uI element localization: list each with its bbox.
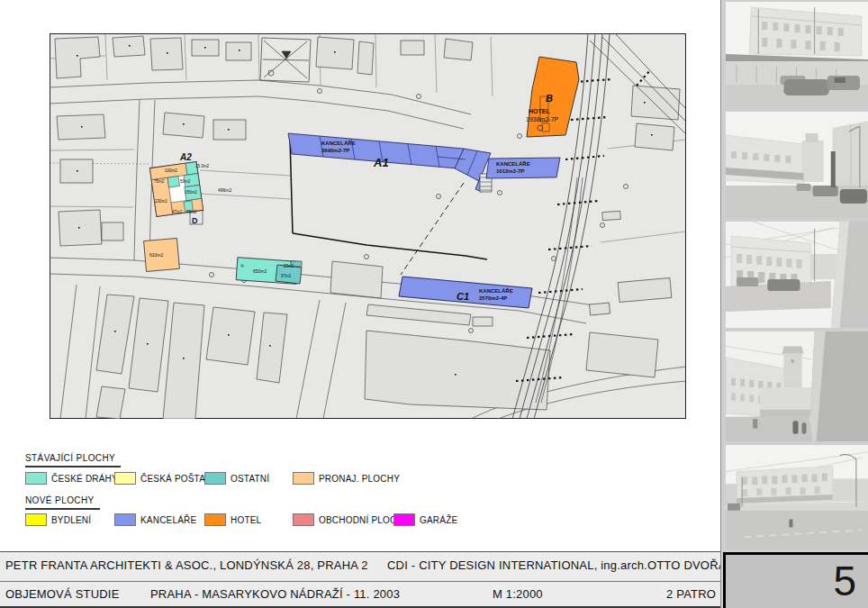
drawing-sheet: KANCELÁŘE 3690m2-7P A1 KANCELÁŘE 1012m2-…: [0, 0, 868, 608]
legend-swatch-garaze: [393, 513, 415, 526]
legend-label: PRONAJ. PLOCHY: [319, 474, 400, 484]
c1-area-label: 2570m2-4P: [479, 295, 507, 301]
site-plan: KANCELÁŘE 3690m2-7P A1 KANCELÁŘE 1012m2-…: [50, 33, 686, 419]
legend-label: KANCELÁŘE: [140, 515, 196, 525]
a1-area-label: 3690m2-7P: [321, 148, 349, 153]
study-type: OBJEMOVÁ STUDIE: [5, 587, 120, 601]
photo-corner-building: [726, 222, 868, 328]
a2-area-75: 75m2: [154, 179, 165, 184]
legend-label: ČESKÉ DRÁHY: [51, 474, 118, 484]
a2-area-47: 47m2: [172, 210, 183, 214]
legend-label: BYDLENÍ: [51, 515, 91, 525]
a1-id-label: A1: [373, 156, 389, 169]
legend-item-pronajem: PRONAJ. PLOCHY: [293, 472, 400, 485]
drawing-scale: M 1:2000: [493, 587, 543, 601]
a2-area-73: 73m2: [186, 210, 197, 214]
legend-label: HOTEL: [231, 515, 261, 525]
a2-id-label: A2: [179, 152, 192, 162]
legend-swatch-ostatni: [204, 472, 226, 485]
photo-street-tower: [726, 331, 868, 441]
legend-swatch-ceske-drahy: [25, 472, 47, 485]
c1-id-label: C1: [457, 291, 469, 302]
legend-item-kancelare: KANCELÁŘE: [114, 513, 196, 526]
c1-use-label: KANCELÁŘE: [479, 287, 513, 294]
hotel-use-label: HOTEL: [529, 108, 550, 114]
legend-new-title: NOVÉ PLOCHY: [25, 495, 100, 510]
photo-strip: 5: [720, 0, 868, 608]
a2-area-150: 150m2: [185, 190, 197, 195]
photo-station-corner: [726, 112, 868, 218]
legend-item-garaze: GARÁŽE: [393, 513, 457, 526]
a2-area-230: 230m2: [155, 199, 167, 204]
zone-1012-area-label: 1012m2-7P: [496, 168, 524, 174]
a1-use-label: KANCELÁŘE: [321, 140, 356, 146]
a2-area-100: 100m2: [165, 168, 177, 173]
a2-roof-label: 15.3m2: [195, 164, 210, 168]
a2-yard-label: 496m2: [218, 187, 232, 193]
legend-existing-title: STÁVAJÍCÍ PLOCHY: [25, 453, 121, 467]
d-id-label: D: [192, 216, 198, 225]
photo-wide-street: [726, 445, 868, 549]
block-650-label: 650m2: [253, 268, 267, 274]
block-610-label: 610m2: [149, 252, 164, 258]
title-block: PETR FRANTA ARCHITEKTI & ASOC., LONDÝNSK…: [0, 551, 721, 608]
floor-label: 2 PATRO: [666, 587, 716, 601]
legend-item-hotel: HOTEL: [204, 513, 261, 526]
legend-label: GARÁŽE: [420, 515, 457, 525]
block-23-label: 23m2: [284, 264, 294, 268]
legend-item-ceske-drahy: ČESKÉ DRÁHY: [25, 472, 118, 485]
legend-item-bydleni: BYDLENÍ: [25, 513, 91, 526]
partner-name: CDI - CITY DESIGN INTERNATIONAL, ing.arc…: [387, 558, 735, 572]
title-block-separator: [0, 581, 721, 582]
zone-1012-use-label: KANCELÁŘE: [496, 160, 530, 167]
legend-item-obchodni: OBCHODNÍ PLOCHY: [293, 513, 410, 526]
legend-swatch-ceska-posta: [114, 472, 136, 485]
photo-station-canopy: [726, 2, 868, 108]
legend-swatch-bydleni: [25, 513, 47, 526]
block-97-label: 97m2: [281, 274, 292, 278]
hotel-area-label: 1938m2-7P: [526, 116, 559, 123]
legend-swatch-pronajem: [293, 472, 314, 485]
legend-swatch-obchodni: [293, 513, 314, 526]
a2-area-50: 50m2: [180, 179, 191, 184]
legend-item-ceska-posta: ČESKÁ POŠTA: [114, 472, 205, 485]
architect-name: PETR FRANTA ARCHITEKTI & ASOC., LONDÝNSK…: [5, 558, 368, 572]
project-name: PRAHA - MASARYKOVO NÁDRAŽÍ - 11. 2003: [150, 587, 400, 601]
legend-swatch-hotel: [204, 513, 226, 526]
legend-label: OSTATNÍ: [231, 474, 269, 484]
hotel-id-label: B: [546, 93, 553, 104]
legend-item-ostatni: OSTATNÍ: [204, 472, 269, 485]
legend-swatch-kancelare: [114, 513, 136, 526]
legend-label: ČESKÁ POŠTA: [140, 474, 205, 484]
sheet-number: 5: [723, 552, 868, 608]
